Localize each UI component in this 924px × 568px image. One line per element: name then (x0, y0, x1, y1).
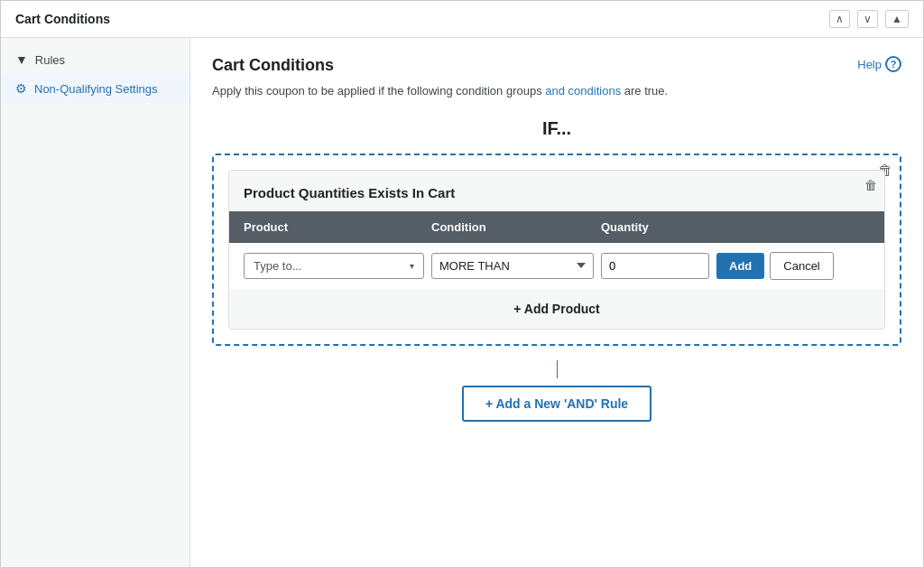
add-product-row: + Add Product (229, 289, 884, 329)
sidebar-item-non-qualifying-label: Non-Qualifying Settings (34, 82, 158, 96)
if-label: IF... (212, 118, 901, 139)
content-header: Cart Conditions Help ? (212, 56, 901, 75)
inner-delete-button[interactable]: 🗑 (864, 178, 877, 192)
desc-start: Apply this coupon to be applied if the f… (212, 84, 545, 98)
title-arrow-btn[interactable]: ▲ (885, 10, 909, 28)
title-bar: Cart Conditions ∧ ∨ ▲ (1, 1, 923, 38)
col-actions (716, 220, 870, 234)
connector-line (212, 360, 901, 378)
add-and-rule-button[interactable]: + Add a New 'AND' Rule (462, 386, 651, 422)
sidebar-item-rules[interactable]: ▼ Rules (1, 45, 189, 74)
add-and-rule-container: + Add a New 'AND' Rule (212, 386, 901, 422)
row-actions: Add Cancel (716, 252, 870, 280)
condition-group-outer: 🗑 🗑 Product Quantities Exists In Cart Pr… (212, 154, 901, 346)
help-link[interactable]: Help ? (857, 56, 901, 72)
help-icon: ? (885, 56, 901, 72)
help-label: Help (857, 58, 882, 71)
col-quantity: Quantity (601, 220, 709, 234)
cancel-button[interactable]: Cancel (770, 252, 833, 280)
condition-select[interactable]: MORE THAN LESS THAN EQUAL TO AT LEAST AT… (431, 253, 594, 279)
col-condition: Condition (431, 220, 594, 234)
sidebar-item-rules-label: Rules (35, 53, 65, 67)
product-placeholder: Type to... (254, 259, 406, 273)
window-title: Cart Conditions (15, 12, 110, 26)
gear-icon: ⚙ (15, 81, 27, 96)
main-layout: ▼ Rules ⚙ Non-Qualifying Settings Cart C… (1, 38, 923, 567)
page-title: Cart Conditions (212, 56, 334, 75)
chevron-down-icon: ▾ (410, 261, 414, 271)
desc-end: are true. (621, 84, 668, 98)
content-description: Apply this coupon to be applied if the f… (212, 82, 901, 100)
title-bar-controls: ∧ ∨ ▲ (829, 10, 909, 28)
sidebar: ▼ Rules ⚙ Non-Qualifying Settings (1, 38, 190, 567)
group-title: Product Quantities Exists In Cart (229, 171, 884, 211)
main-window: Cart Conditions ∧ ∨ ▲ ▼ Rules ⚙ Non-Qual… (0, 0, 924, 568)
condition-group-inner: 🗑 Product Quantities Exists In Cart Prod… (228, 170, 885, 330)
rules-icon: ▼ (15, 52, 28, 67)
condition-select-wrap: MORE THAN LESS THAN EQUAL TO AT LEAST AT… (431, 253, 594, 279)
product-select-wrap[interactable]: Type to... ▾ (244, 253, 424, 279)
table-row: Type to... ▾ MORE THAN LESS THAN EQUAL T… (229, 243, 884, 289)
quantity-input[interactable] (601, 253, 709, 279)
content-area: Cart Conditions Help ? Apply this coupon… (190, 38, 923, 567)
sidebar-item-non-qualifying[interactable]: ⚙ Non-Qualifying Settings (1, 74, 189, 103)
col-product: Product (244, 220, 424, 234)
add-button[interactable]: Add (716, 253, 764, 279)
add-product-button[interactable]: + Add Product (513, 302, 600, 316)
connector-line-inner (557, 360, 558, 378)
title-collapse-btn[interactable]: ∧ (829, 10, 850, 28)
title-expand-btn[interactable]: ∨ (857, 10, 878, 28)
table-header: Product Condition Quantity (229, 211, 884, 243)
desc-link[interactable]: and conditions (545, 84, 621, 98)
